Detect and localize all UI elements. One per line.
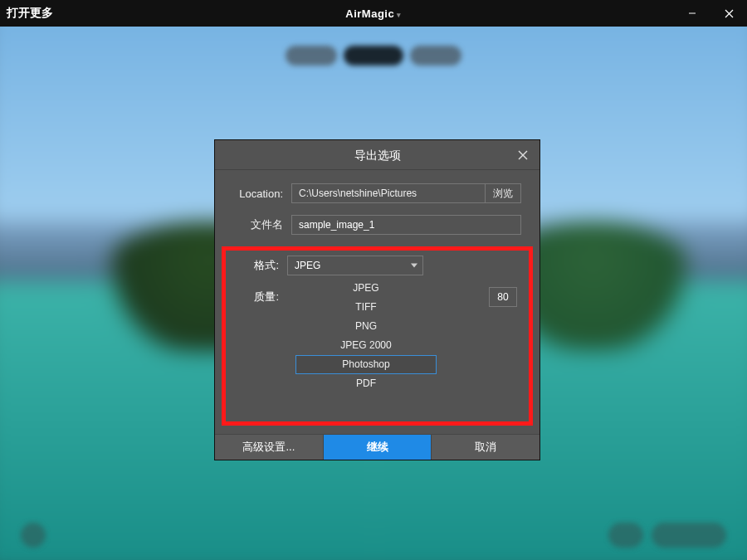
app-title[interactable]: AirMagic (345, 7, 401, 20)
export-dialog: 导出选项 Location: C:\Users\netshine\Picture… (214, 139, 540, 460)
format-option-jpeg2000[interactable]: JPEG 2000 (295, 336, 437, 355)
filename-label: 文件名 (233, 217, 291, 232)
toolbar-ghost (286, 46, 337, 66)
location-row: Location: C:\Users\netshine\Pictures 浏览 (233, 183, 521, 203)
bottom-toolbar (0, 523, 747, 548)
dialog-footer: 高级设置... 继续 取消 (215, 434, 540, 460)
continue-button[interactable]: 继续 (324, 435, 432, 460)
advanced-settings-button[interactable]: 高级设置... (215, 435, 324, 460)
filename-input[interactable] (291, 215, 521, 235)
format-option-pdf[interactable]: PDF (295, 374, 437, 393)
window-titlebar: 打开更多 AirMagic (0, 0, 747, 27)
format-highlight-box: 格式: JPEG 质量: 80 JPEG TIFF PNG JPEG 2000 … (222, 246, 533, 426)
top-toolbar (0, 46, 747, 66)
format-option-png[interactable]: PNG (295, 317, 437, 336)
format-option-jpeg[interactable]: JPEG (295, 279, 437, 298)
dialog-title: 导出选项 (215, 140, 540, 170)
format-label: 格式: (237, 258, 287, 273)
format-selected-value: JPEG (295, 260, 320, 271)
toolbar-ghost (344, 46, 403, 66)
dialog-title-text: 导出选项 (354, 149, 401, 162)
location-path[interactable]: C:\Users\netshine\Pictures (291, 183, 486, 203)
toolbar-ghost (410, 46, 461, 66)
browse-button[interactable]: 浏览 (485, 183, 521, 203)
quality-label: 质量: (237, 290, 287, 304)
bottom-ghost (652, 523, 726, 548)
bottom-ghost (608, 523, 643, 548)
dialog-close-button[interactable] (515, 147, 531, 163)
filename-row: 文件名 (233, 215, 521, 235)
bottom-ghost (21, 523, 46, 548)
open-more-button[interactable]: 打开更多 (7, 0, 53, 27)
minimize-button[interactable] (674, 0, 710, 27)
format-option-tiff[interactable]: TIFF (295, 298, 437, 317)
quality-value[interactable]: 80 (489, 287, 517, 307)
format-select[interactable]: JPEG (287, 256, 423, 275)
format-option-photoshop[interactable]: Photoshop (295, 355, 437, 374)
chevron-down-icon (411, 264, 417, 268)
format-dropdown: JPEG TIFF PNG JPEG 2000 Photoshop PDF (295, 279, 437, 393)
cancel-button[interactable]: 取消 (431, 435, 540, 460)
close-button[interactable] (710, 0, 747, 27)
location-label: Location: (233, 187, 291, 200)
